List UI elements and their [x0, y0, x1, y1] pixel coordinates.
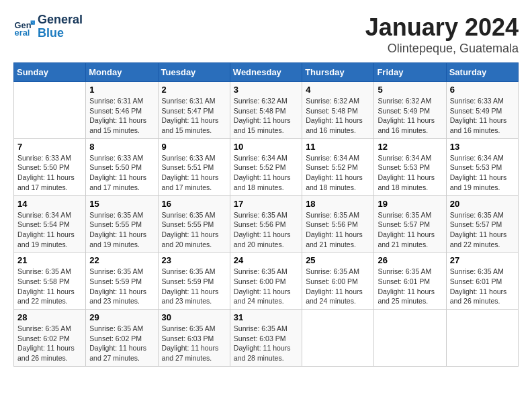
- weekday-header-row: Sunday Monday Tuesday Wednesday Thursday…: [14, 63, 519, 82]
- calendar-week-5: 28Sunrise: 6:35 AM Sunset: 6:02 PM Dayli…: [14, 310, 519, 367]
- day-number: 31: [234, 312, 298, 322]
- header-wednesday: Wednesday: [230, 63, 302, 82]
- day-info: Sunrise: 6:35 AM Sunset: 6:00 PM Dayligh…: [234, 267, 298, 306]
- header-sunday: Sunday: [14, 63, 86, 82]
- day-info: Sunrise: 6:31 AM Sunset: 5:46 PM Dayligh…: [89, 96, 154, 136]
- calendar-cell: 30Sunrise: 6:35 AM Sunset: 6:03 PM Dayli…: [158, 310, 230, 367]
- day-number: 7: [17, 142, 82, 152]
- calendar-cell: 13Sunrise: 6:34 AM Sunset: 5:53 PM Dayli…: [446, 138, 518, 195]
- calendar-cell: 21Sunrise: 6:35 AM Sunset: 5:58 PM Dayli…: [14, 253, 86, 310]
- day-number: 15: [89, 199, 154, 209]
- day-number: 23: [162, 255, 226, 265]
- day-info: Sunrise: 6:35 AM Sunset: 5:55 PM Dayligh…: [89, 210, 154, 250]
- calendar-cell: 20Sunrise: 6:35 AM Sunset: 5:57 PM Dayli…: [446, 195, 518, 253]
- calendar-cell: 28Sunrise: 6:35 AM Sunset: 6:02 PM Dayli…: [14, 310, 86, 367]
- calendar-cell: 9Sunrise: 6:33 AM Sunset: 5:51 PM Daylig…: [158, 138, 230, 195]
- calendar-cell: [14, 82, 86, 139]
- day-info: Sunrise: 6:33 AM Sunset: 5:49 PM Dayligh…: [450, 96, 515, 136]
- day-number: 10: [234, 142, 298, 152]
- calendar-cell: 8Sunrise: 6:33 AM Sunset: 5:50 PM Daylig…: [86, 138, 158, 195]
- day-info: Sunrise: 6:35 AM Sunset: 5:59 PM Dayligh…: [89, 267, 154, 306]
- day-number: 3: [234, 85, 298, 95]
- day-number: 24: [234, 255, 298, 265]
- day-info: Sunrise: 6:35 AM Sunset: 6:03 PM Dayligh…: [234, 324, 298, 363]
- calendar-cell: 12Sunrise: 6:34 AM Sunset: 5:53 PM Dayli…: [374, 138, 446, 195]
- logo-icon: Gen eral: [13, 16, 35, 38]
- day-number: 18: [306, 199, 370, 209]
- day-number: 28: [17, 312, 82, 322]
- title-block: January 2024 Olintepeque, Guatemala: [365, 13, 519, 56]
- calendar-cell: 31Sunrise: 6:35 AM Sunset: 6:03 PM Dayli…: [230, 310, 302, 367]
- day-number: 30: [162, 312, 226, 322]
- day-info: Sunrise: 6:35 AM Sunset: 6:00 PM Dayligh…: [306, 267, 370, 306]
- calendar-week-2: 7Sunrise: 6:33 AM Sunset: 5:50 PM Daylig…: [14, 138, 519, 195]
- day-number: 9: [162, 142, 226, 152]
- day-number: 4: [306, 85, 370, 95]
- day-info: Sunrise: 6:35 AM Sunset: 5:59 PM Dayligh…: [162, 267, 226, 306]
- calendar-cell: 4Sunrise: 6:32 AM Sunset: 5:48 PM Daylig…: [302, 82, 374, 139]
- day-number: 22: [89, 255, 154, 265]
- day-info: Sunrise: 6:33 AM Sunset: 5:50 PM Dayligh…: [17, 153, 82, 193]
- day-info: Sunrise: 6:35 AM Sunset: 5:56 PM Dayligh…: [306, 210, 370, 250]
- calendar-cell: 17Sunrise: 6:35 AM Sunset: 5:56 PM Dayli…: [230, 195, 302, 253]
- calendar-cell: 15Sunrise: 6:35 AM Sunset: 5:55 PM Dayli…: [86, 195, 158, 253]
- day-number: 1: [89, 85, 154, 95]
- day-info: Sunrise: 6:34 AM Sunset: 5:54 PM Dayligh…: [17, 210, 82, 250]
- day-number: 14: [17, 199, 82, 209]
- day-info: Sunrise: 6:35 AM Sunset: 6:03 PM Dayligh…: [162, 324, 226, 363]
- calendar-cell: 16Sunrise: 6:35 AM Sunset: 5:55 PM Dayli…: [158, 195, 230, 253]
- calendar-cell: 5Sunrise: 6:32 AM Sunset: 5:49 PM Daylig…: [374, 82, 446, 139]
- calendar-header: Sunday Monday Tuesday Wednesday Thursday…: [14, 63, 519, 82]
- calendar-cell: 19Sunrise: 6:35 AM Sunset: 5:57 PM Dayli…: [374, 195, 446, 253]
- day-info: Sunrise: 6:35 AM Sunset: 5:58 PM Dayligh…: [17, 267, 82, 306]
- day-number: 11: [306, 142, 370, 152]
- calendar-cell: 11Sunrise: 6:34 AM Sunset: 5:52 PM Dayli…: [302, 138, 374, 195]
- day-info: Sunrise: 6:33 AM Sunset: 5:50 PM Dayligh…: [89, 153, 154, 193]
- calendar-cell: 18Sunrise: 6:35 AM Sunset: 5:56 PM Dayli…: [302, 195, 374, 253]
- day-info: Sunrise: 6:32 AM Sunset: 5:49 PM Dayligh…: [378, 96, 442, 136]
- day-info: Sunrise: 6:35 AM Sunset: 5:55 PM Dayligh…: [162, 210, 226, 250]
- day-info: Sunrise: 6:34 AM Sunset: 5:52 PM Dayligh…: [306, 153, 370, 193]
- day-number: 29: [89, 312, 154, 322]
- calendar-cell: 3Sunrise: 6:32 AM Sunset: 5:48 PM Daylig…: [230, 82, 302, 139]
- day-number: 6: [450, 85, 515, 95]
- day-info: Sunrise: 6:35 AM Sunset: 5:57 PM Dayligh…: [378, 210, 442, 250]
- day-number: 26: [378, 255, 442, 265]
- day-info: Sunrise: 6:33 AM Sunset: 5:51 PM Dayligh…: [162, 153, 226, 193]
- day-number: 2: [162, 85, 226, 95]
- day-number: 8: [89, 142, 154, 152]
- calendar-cell: 10Sunrise: 6:34 AM Sunset: 5:52 PM Dayli…: [230, 138, 302, 195]
- calendar-week-3: 14Sunrise: 6:34 AM Sunset: 5:54 PM Dayli…: [14, 195, 519, 253]
- calendar-cell: [374, 310, 446, 367]
- calendar-cell: 27Sunrise: 6:35 AM Sunset: 6:01 PM Dayli…: [446, 253, 518, 310]
- calendar-body: 1Sunrise: 6:31 AM Sunset: 5:46 PM Daylig…: [14, 82, 519, 367]
- day-info: Sunrise: 6:31 AM Sunset: 5:47 PM Dayligh…: [162, 96, 226, 136]
- day-number: 5: [378, 85, 442, 95]
- day-info: Sunrise: 6:35 AM Sunset: 6:01 PM Dayligh…: [450, 267, 515, 306]
- day-number: 13: [450, 142, 515, 152]
- day-number: 27: [450, 255, 515, 265]
- calendar-cell: 1Sunrise: 6:31 AM Sunset: 5:46 PM Daylig…: [86, 82, 158, 139]
- day-number: 25: [306, 255, 370, 265]
- day-info: Sunrise: 6:35 AM Sunset: 6:02 PM Dayligh…: [17, 324, 82, 363]
- logo-line1: General: [38, 13, 83, 27]
- logo-line2: Blue: [38, 27, 83, 40]
- day-number: 21: [17, 255, 82, 265]
- header-monday: Monday: [86, 63, 158, 82]
- logo: Gen eral General Blue: [13, 13, 83, 40]
- day-number: 19: [378, 199, 442, 209]
- calendar-cell: 26Sunrise: 6:35 AM Sunset: 6:01 PM Dayli…: [374, 253, 446, 310]
- header-saturday: Saturday: [446, 63, 518, 82]
- svg-text:eral: eral: [15, 28, 30, 38]
- header-thursday: Thursday: [302, 63, 374, 82]
- calendar-cell: [446, 310, 518, 367]
- header-tuesday: Tuesday: [158, 63, 230, 82]
- day-info: Sunrise: 6:35 AM Sunset: 5:57 PM Dayligh…: [450, 210, 515, 250]
- calendar-subtitle: Olintepeque, Guatemala: [365, 42, 519, 56]
- calendar-week-1: 1Sunrise: 6:31 AM Sunset: 5:46 PM Daylig…: [14, 82, 519, 139]
- page-header: Gen eral General Blue January 2024 Olint…: [13, 13, 519, 56]
- calendar-cell: 25Sunrise: 6:35 AM Sunset: 6:00 PM Dayli…: [302, 253, 374, 310]
- day-info: Sunrise: 6:35 AM Sunset: 6:02 PM Dayligh…: [89, 324, 154, 363]
- day-info: Sunrise: 6:35 AM Sunset: 6:01 PM Dayligh…: [378, 267, 442, 306]
- day-info: Sunrise: 6:34 AM Sunset: 5:52 PM Dayligh…: [234, 153, 298, 193]
